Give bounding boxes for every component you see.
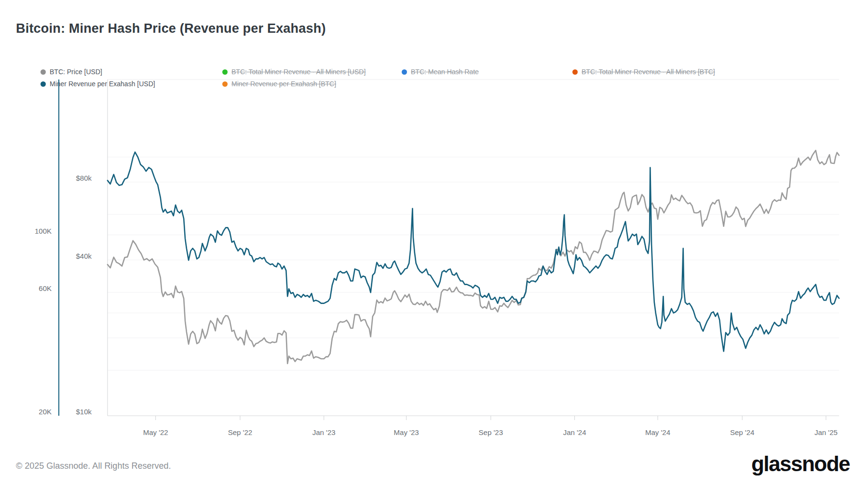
plot-area[interactable] — [108, 79, 839, 416]
y-axis-label-40k: $40k — [76, 252, 92, 260]
chart-canvas[interactable]: 100K60K20K$80k$40k$10kMay '22Sep '22Jan … — [0, 0, 868, 488]
x-axis-label-sep-22: Sep '22 — [228, 428, 252, 436]
y-axis-label-80k: $80k — [76, 174, 92, 182]
y-axis-label-60k: 60K — [39, 284, 52, 292]
x-axis-label-may-24: May '24 — [645, 428, 670, 436]
x-axis-label-may-23: May '23 — [394, 428, 419, 436]
x-axis-label-sep-24: Sep '24 — [730, 428, 754, 436]
x-axis-label-jan-24: Jan '24 — [563, 428, 586, 436]
x-axis-label-may-22: May '22 — [143, 428, 168, 436]
y-axis-label-10k: $10k — [76, 408, 92, 416]
x-axis-label-sep-23: Sep '23 — [479, 428, 503, 436]
x-axis-label-jan-23: Jan '23 — [312, 428, 336, 436]
copyright-text: © 2025 Glassnode. All Rights Reserved. — [16, 461, 171, 471]
x-axis-label-jan-25: Jan '25 — [814, 428, 838, 436]
glassnode-logo[interactable]: glassnode — [751, 452, 850, 476]
y-axis-label-100k: 100K — [35, 227, 52, 235]
y-axis-label-20k: 20K — [39, 408, 52, 416]
